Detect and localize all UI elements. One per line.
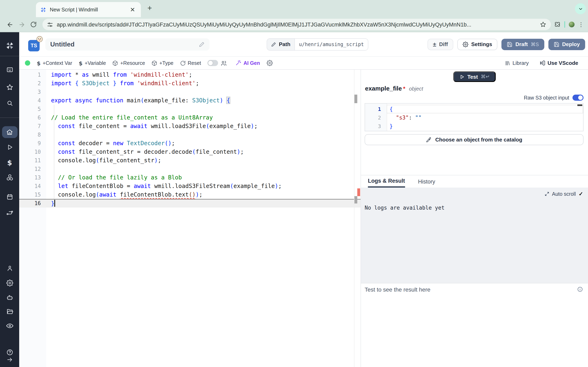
code-line: 15 console.log(await fileContentBlob.tex… [19,191,361,199]
path-value[interactable]: u/henri/amusing_script [294,39,368,50]
code-editor[interactable]: 1import * as wmill from 'windmill-client… [19,70,361,367]
line-number: 4 [19,96,41,105]
test-button[interactable]: Test ⌘↵ [453,71,496,82]
multiplayer-toggle[interactable] [208,60,218,66]
save-icon [553,42,559,47]
raw-s3-toggle[interactable] [572,95,584,101]
auto-scroll-label[interactable]: Auto scroll [552,191,576,197]
add-variable-button[interactable]: $ +Variable [79,60,106,66]
url-text[interactable]: app.windmill.dev/scripts/add#JTdCJTIyaGF… [57,21,536,27]
sidebar-item-home[interactable] [2,126,17,138]
sidebar-item-user[interactable] [6,265,13,272]
json-line: 2 "s3": "" [365,113,583,122]
back-button[interactable] [7,21,13,28]
bookmark-star-icon[interactable] [540,21,546,28]
json-line: 1{ [365,105,583,113]
line-number: 1 [19,71,41,79]
sidebar-item-folders[interactable] [6,308,13,315]
result-placeholder: Test to see the result here [365,286,430,293]
code-text [41,105,51,113]
add-type-button[interactable]: +Type [152,60,173,66]
expand-icon[interactable] [545,192,549,196]
json-lines: 1{2 "s3": ""3} [365,105,583,131]
sidebar-item-settings-gear[interactable] [6,280,13,286]
new-tab-button[interactable]: + [145,3,154,13]
line-number: 3 [19,88,41,96]
sidebar-item-help[interactable] [6,349,13,356]
sidebar-item-resources-cubes[interactable] [6,174,13,181]
sidebar-item-favorites-star[interactable] [6,83,13,91]
extensions-puzzle-icon[interactable] [554,21,561,28]
save-icon [507,42,513,47]
code-line: 13 // Or load the file lazily as a Blob [19,173,361,182]
sidebar-item-schedules-calendar[interactable] [6,193,13,200]
browser-menu-icon[interactable]: ⋮ [578,22,584,27]
settings-button[interactable]: Settings [457,39,498,50]
forward-button[interactable] [18,21,25,28]
tab-logs-result[interactable]: Logs & Result [368,175,405,188]
sidebar-item-variables-dollar[interactable]: $ [7,159,12,167]
code-text: const file_content = await wmill.loadS3F… [41,122,258,131]
gear-icon [463,42,468,47]
editor-scrollbar-thumb[interactable] [355,196,357,203]
use-vscode-button[interactable]: Use VScode [539,60,578,66]
add-resource-button[interactable]: +Resource [112,60,145,66]
script-title-field[interactable]: Untitled [45,38,209,50]
sidebar-item-runs-play[interactable] [6,144,13,150]
diff-button[interactable]: ± Diff [428,39,453,50]
edit-title-pencil-icon[interactable] [199,42,205,47]
line-number: 7 [19,122,41,131]
sidebar-item-audit-eye[interactable] [6,322,13,330]
argument-type: object [409,86,423,92]
info-icon[interactable] [577,286,583,292]
sidebar-item-app-switcher[interactable] [6,66,13,73]
code-text: const file_content_str = decoder.decode(… [41,148,244,156]
logs-panel: Auto scroll ✓ No logs are available yet [361,188,588,283]
code-line: 4export async function main(example_file… [19,96,361,105]
json-input-editor[interactable]: 1{2 "s3": ""3} [365,103,584,131]
tab-history[interactable]: History [418,175,435,188]
code-text [41,131,51,139]
profile-avatar[interactable] [569,22,575,27]
windmill-favicon-icon [40,6,47,13]
sidebar-item-flows-route[interactable] [6,209,13,217]
play-icon [459,74,465,79]
json-line: 3} [365,122,583,131]
package-icon [152,60,157,66]
ai-gen-button[interactable]: AI Gen [235,60,260,66]
no-logs-message: No logs are available yet [365,205,444,211]
line-number: 5 [19,105,41,113]
code-text: } [41,200,55,208]
code-text: let fileContentBlob = await wmill.loadS3… [41,182,282,191]
line-number: 6 [19,113,41,122]
raw-s3-toggle-label: Raw S3 object input [524,95,569,100]
json-scrollbar-thumb[interactable] [577,104,582,106]
editor-scrollbar-thumb[interactable] [355,95,357,103]
code-text: import * as wmill from 'windmill-client'… [41,71,192,79]
windmill-logo-icon[interactable] [5,41,14,50]
site-settings-icon[interactable] [47,21,53,27]
library-icon [505,60,510,66]
auto-scroll-check-icon[interactable]: ✓ [579,191,583,197]
line-number: 14 [19,182,41,191]
result-panel: Test to see the result here [361,283,588,367]
code-text: export async function main(example_file:… [41,96,230,105]
diff-icon: ± [433,41,436,47]
reload-button[interactable] [30,21,37,28]
path-chip[interactable]: Path u/henri/amusing_script [267,38,368,50]
add-context-var-button[interactable]: $ +Context Var [37,60,72,66]
url-bar[interactable]: app.windmill.dev/scripts/add#JTdCJTIyaGF… [43,19,551,30]
browser-tab[interactable]: New Script | Windmill ✕ [36,2,141,17]
sidebar-expand-arrow-icon[interactable] [6,356,13,363]
tab-close-icon[interactable]: ✕ [129,6,137,13]
choose-object-button[interactable]: Choose an object from the catalog [365,134,584,145]
reset-button[interactable]: Reset [180,60,201,66]
draft-button[interactable]: Draft ⌘S [502,39,544,50]
sidebar-item-search[interactable] [6,100,13,107]
line-number: 11 [19,156,41,165]
deploy-button[interactable]: Deploy [548,39,585,50]
browser-update-chevron-icon[interactable] [575,3,586,14]
sidebar-item-workers-robot[interactable] [6,294,13,301]
library-button[interactable]: Library [505,60,529,66]
editor-settings-gear-icon[interactable] [267,60,273,66]
